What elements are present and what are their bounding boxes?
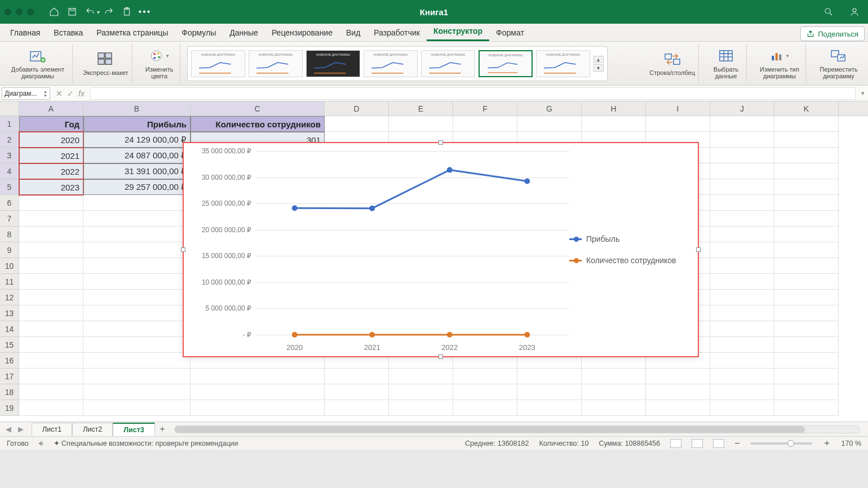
column-header-K[interactable]: K bbox=[774, 101, 839, 116]
cell-J5[interactable] bbox=[710, 179, 774, 195]
cell-J19[interactable] bbox=[710, 400, 774, 416]
chart-style-thumb-0[interactable]: НАЗВАНИЕ ДИАГРАММЫ bbox=[191, 50, 245, 77]
cell-J11[interactable] bbox=[710, 274, 774, 290]
cell-I18[interactable] bbox=[646, 384, 710, 400]
column-header-E[interactable]: E bbox=[389, 101, 453, 116]
cell-G18[interactable] bbox=[517, 384, 582, 400]
cell-J3[interactable] bbox=[710, 148, 774, 163]
sheet-nav-prev-icon[interactable]: ◀ bbox=[3, 425, 14, 433]
cell-B10[interactable] bbox=[83, 258, 191, 274]
cell-B17[interactable] bbox=[83, 369, 191, 384]
cell-K4[interactable] bbox=[774, 163, 839, 179]
ribbon-tab-3[interactable]: Формулы bbox=[175, 24, 223, 41]
cell-A1[interactable]: Год bbox=[19, 116, 83, 132]
ribbon-tab-6[interactable]: Вид bbox=[339, 24, 367, 41]
cell-B3[interactable]: 24 087 000,00 ₽ bbox=[83, 148, 191, 163]
legend-item[interactable]: Количество сотрудников bbox=[569, 256, 693, 265]
cell-K13[interactable] bbox=[774, 305, 839, 321]
fx-icon[interactable]: fx bbox=[78, 89, 85, 98]
cell-K7[interactable] bbox=[774, 211, 839, 227]
change-colors-button[interactable]: Изменить цвета bbox=[139, 44, 180, 83]
cell-A17[interactable] bbox=[19, 369, 83, 384]
enter-formula-icon[interactable]: ✓ bbox=[67, 89, 74, 98]
cell-B19[interactable] bbox=[83, 400, 191, 416]
formula-input[interactable] bbox=[90, 87, 856, 100]
cell-J13[interactable] bbox=[710, 305, 774, 321]
cell-B15[interactable] bbox=[83, 337, 191, 353]
cell-A15[interactable] bbox=[19, 337, 83, 353]
cell-J14[interactable] bbox=[710, 321, 774, 337]
cell-A11[interactable] bbox=[19, 274, 83, 290]
quick-layout-button[interactable]: Экспресс-макет bbox=[79, 44, 132, 83]
gallery-scroll[interactable]: ▴▾ bbox=[594, 56, 604, 72]
cell-I1[interactable] bbox=[646, 116, 710, 132]
clipboard-icon[interactable] bbox=[120, 5, 134, 19]
maximize-icon[interactable] bbox=[27, 8, 34, 15]
legend-item[interactable]: Прибыль bbox=[569, 234, 693, 243]
cell-B2[interactable]: 24 129 000,00 ₽ bbox=[83, 132, 191, 148]
cell-F17[interactable] bbox=[453, 369, 517, 384]
cell-K11[interactable] bbox=[774, 274, 839, 290]
cell-H19[interactable] bbox=[582, 400, 646, 416]
cell-A5[interactable]: 2023 bbox=[19, 179, 83, 195]
cell-J15[interactable] bbox=[710, 337, 774, 353]
row-header-18[interactable]: 18 bbox=[0, 384, 19, 400]
row-header-13[interactable]: 13 bbox=[0, 305, 19, 321]
page-break-view-button[interactable] bbox=[713, 439, 724, 448]
cell-K16[interactable] bbox=[774, 353, 839, 369]
cell-B12[interactable] bbox=[83, 290, 191, 305]
undo-icon[interactable] bbox=[83, 5, 97, 19]
add-sheet-button[interactable]: ＋ bbox=[155, 423, 170, 435]
cell-A4[interactable]: 2022 bbox=[19, 163, 83, 179]
cell-A18[interactable] bbox=[19, 384, 83, 400]
cell-A8[interactable] bbox=[19, 227, 83, 242]
cell-B11[interactable] bbox=[83, 274, 191, 290]
cell-B7[interactable] bbox=[83, 211, 191, 227]
sheet-nav-next-icon[interactable]: ▶ bbox=[16, 425, 26, 433]
chart-style-thumb-5[interactable]: НАЗВАНИЕ ДИАГРАММЫ bbox=[479, 50, 533, 77]
row-header-14[interactable]: 14 bbox=[0, 321, 19, 337]
column-header-A[interactable]: A bbox=[19, 101, 83, 116]
sheet-tab-2[interactable]: Лист3 bbox=[113, 423, 154, 436]
cell-J8[interactable] bbox=[710, 227, 774, 242]
account-icon[interactable] bbox=[848, 5, 861, 19]
ribbon-tab-0[interactable]: Главная bbox=[3, 24, 47, 41]
row-header-15[interactable]: 15 bbox=[0, 337, 19, 353]
chart-legend[interactable]: ПрибыльКоличество сотрудников bbox=[569, 148, 693, 352]
chart-object[interactable]: - ₽5 000 000,00 ₽10 000 000,00 ₽15 000 0… bbox=[183, 142, 699, 357]
share-button[interactable]: Поделиться bbox=[800, 26, 865, 41]
cell-K18[interactable] bbox=[774, 384, 839, 400]
cell-C1[interactable]: Количество сотрудников bbox=[191, 116, 325, 132]
cell-G19[interactable] bbox=[517, 400, 582, 416]
row-header-19[interactable]: 19 bbox=[0, 400, 19, 416]
cell-A6[interactable] bbox=[19, 195, 83, 211]
row-header-17[interactable]: 17 bbox=[0, 369, 19, 384]
cell-J10[interactable] bbox=[710, 258, 774, 274]
cell-J17[interactable] bbox=[710, 369, 774, 384]
cell-E1[interactable] bbox=[389, 116, 453, 132]
cell-C17[interactable] bbox=[191, 369, 325, 384]
cell-A12[interactable] bbox=[19, 290, 83, 305]
chart-style-thumb-3[interactable]: НАЗВАНИЕ ДИАГРАММЫ bbox=[364, 50, 418, 77]
cell-H18[interactable] bbox=[582, 384, 646, 400]
cell-B18[interactable] bbox=[83, 384, 191, 400]
cell-J4[interactable] bbox=[710, 163, 774, 179]
page-layout-view-button[interactable] bbox=[692, 439, 703, 448]
cell-A3[interactable]: 2021 bbox=[19, 148, 83, 163]
cell-K2[interactable] bbox=[774, 132, 839, 148]
cell-E19[interactable] bbox=[389, 400, 453, 416]
ribbon-tab-5[interactable]: Рецензирование bbox=[265, 24, 339, 41]
column-header-I[interactable]: I bbox=[646, 101, 710, 116]
cell-H17[interactable] bbox=[582, 369, 646, 384]
cell-K8[interactable] bbox=[774, 227, 839, 242]
cell-J18[interactable] bbox=[710, 384, 774, 400]
row-header-9[interactable]: 9 bbox=[0, 242, 19, 258]
formula-expand-icon[interactable]: ▾ bbox=[858, 90, 868, 97]
ribbon-tab-2[interactable]: Разметка страницы bbox=[90, 24, 175, 41]
more-icon[interactable]: ••• bbox=[138, 5, 152, 19]
cell-K5[interactable] bbox=[774, 179, 839, 195]
cell-E17[interactable] bbox=[389, 369, 453, 384]
cell-D17[interactable] bbox=[325, 369, 389, 384]
zoom-out-button[interactable]: − bbox=[734, 438, 739, 449]
sheet-tab-1[interactable]: Лист2 bbox=[72, 423, 113, 436]
